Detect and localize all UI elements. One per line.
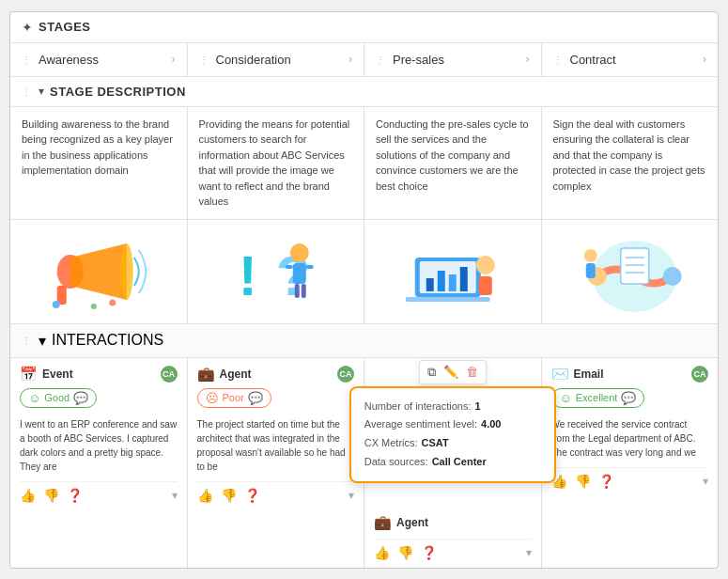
stages-row: ⋮ Awareness › ⋮ Consideration › ⋮ Pre-sa…: [10, 43, 718, 77]
chat-icon-2: 💬: [248, 391, 263, 405]
svg-rect-10: [292, 263, 305, 284]
thumbup-icon-1[interactable]: 👍: [20, 488, 36, 503]
popup-data-sources-row: Data sources: Call Center: [364, 453, 541, 472]
sentiment-label-4: Excellent: [576, 392, 618, 403]
question-icon-4[interactable]: ❓: [598, 474, 614, 489]
stage-awareness-label: Awareness: [39, 53, 99, 67]
presales-illustration: [374, 229, 532, 314]
thumbup-icon-2[interactable]: 👍: [197, 488, 213, 503]
svg-point-31: [583, 249, 596, 262]
stage-dots-2: ⋮: [199, 55, 209, 65]
svg-rect-12: [305, 265, 313, 269]
svg-marker-1: [70, 243, 127, 300]
interaction-type-4: ✉️ Email: [551, 366, 604, 383]
expand-icon-2[interactable]: ▾: [349, 489, 354, 502]
desc-col-3: Conducting the pre-sales cycle to sell t…: [364, 107, 542, 219]
desc-image-col-2: ! ?: [188, 220, 365, 323]
agent-icon-2: 💼: [197, 366, 215, 383]
stage-presales-chevron: ›: [526, 53, 530, 66]
svg-rect-19: [449, 274, 457, 291]
popup-toolbar: ⧉ ✏️ 🗑: [419, 360, 487, 384]
desc-dots: ⋮: [22, 86, 31, 97]
svg-point-5: [91, 304, 97, 309]
agent-type-label-3: Agent: [396, 516, 428, 529]
stage-awareness-chevron: ›: [172, 53, 176, 66]
popup-interactions-row: Number of interactions: 1: [364, 398, 541, 416]
desc-text-4: Sign the deal with customers ensuring th…: [553, 118, 705, 192]
svg-rect-17: [426, 278, 434, 291]
expand-icon-1[interactable]: ▾: [172, 489, 178, 502]
stage-dots-3: ⋮: [376, 55, 385, 65]
interaction-col-4: ✉️ Email CA ☺ Excellent 💬 We received th…: [542, 358, 719, 568]
thumbup-icon-3[interactable]: 👍: [374, 545, 390, 560]
interactions-title: INTERACTIONS: [52, 332, 163, 349]
svg-point-26: [662, 267, 681, 286]
thumbdown-icon-3[interactable]: 👎: [397, 545, 413, 560]
question-icon-1[interactable]: ❓: [67, 488, 83, 503]
stage-presales[interactable]: ⋮ Pre-sales ›: [364, 43, 542, 76]
question-icon-3[interactable]: ❓: [421, 545, 437, 560]
thumbdown-icon-2[interactable]: 👎: [221, 488, 237, 503]
interact-dots: ⋮: [22, 336, 31, 346]
agent-type-label-2: Agent: [220, 368, 252, 381]
desc-image-col-3: [364, 220, 542, 323]
desc-image-col-4: [542, 220, 719, 323]
interaction-type-row-4: ✉️ Email CA: [551, 366, 709, 383]
question-icon-2[interactable]: ❓: [244, 488, 260, 503]
stages-header: ✦ STAGES: [10, 12, 718, 43]
stage-contract[interactable]: ⋮ Contract ›: [542, 43, 719, 76]
svg-point-22: [476, 256, 495, 274]
popup-cx-metrics-label: CX Metrics:: [364, 434, 418, 453]
chat-icon-1: 💬: [73, 391, 88, 405]
agent-icon-3: 💼: [374, 514, 392, 531]
stage-contract-chevron: ›: [703, 53, 706, 66]
expand-icon-4[interactable]: ▾: [703, 475, 708, 488]
edit-icon[interactable]: ✏️: [443, 365, 458, 379]
svg-point-9: [289, 243, 308, 262]
excellent-icon: ☺: [560, 391, 572, 405]
svg-point-2: [120, 243, 133, 300]
popup-data-sources-value: Call Center: [432, 453, 487, 472]
stage-consideration-chevron: ›: [349, 53, 352, 66]
desc-toggle-arrow[interactable]: ▾: [39, 85, 44, 98]
interaction-text-2: The project started on time but the arch…: [197, 417, 355, 474]
thumbdown-icon-4[interactable]: 👎: [575, 474, 591, 489]
popup-avg-sentiment-value: 4.00: [481, 415, 501, 434]
stages-icon: ✦: [22, 20, 33, 35]
chat-icon-4: 💬: [621, 391, 636, 405]
svg-rect-14: [301, 284, 305, 298]
desc-image-col-1: [10, 220, 188, 323]
sentiment-label-2: Poor: [223, 392, 244, 403]
consideration-illustration: ! ?: [197, 229, 355, 314]
interaction-footer-1: 👍 👎 ❓ ▾: [20, 481, 178, 503]
interact-toggle-arrow[interactable]: ▾: [39, 332, 46, 350]
popup-avg-sentiment-label: Average sentiment level:: [364, 415, 477, 434]
thumbdown-icon-1[interactable]: 👎: [43, 488, 59, 503]
svg-rect-11: [285, 265, 292, 269]
popup-avg-sentiment-row: Average sentiment level: 4.00: [364, 415, 541, 434]
svg-rect-18: [438, 271, 445, 291]
svg-text:!: !: [238, 244, 256, 307]
copy-icon[interactable]: ⧉: [427, 365, 436, 380]
stage-consideration[interactable]: ⋮ Consideration ›: [188, 43, 365, 76]
interaction-type-row-3: 💼 Agent: [374, 514, 532, 531]
sentiment-badge-4: ☺ Excellent 💬: [551, 388, 645, 408]
stage-dots-1: ⋮: [22, 55, 31, 65]
stage-consideration-label: Consideration: [216, 53, 291, 67]
interaction-type-3: 💼 Agent: [374, 514, 428, 531]
stage-awareness[interactable]: ⋮ Awareness ›: [10, 43, 188, 76]
email-icon: ✉️: [551, 366, 569, 383]
desc-text-2: Providing the means for potential custom…: [199, 118, 350, 208]
svg-rect-20: [460, 267, 468, 291]
stage-contract-label: Contract: [570, 53, 616, 67]
stages-title: STAGES: [39, 20, 91, 34]
expand-icon-3[interactable]: ▾: [526, 546, 532, 559]
interaction-type-row-1: 📅 Event CA: [20, 366, 178, 383]
desc-col-1: Building awareness to the brand being re…: [10, 107, 188, 219]
svg-point-4: [53, 301, 60, 308]
interactions-row: 📅 Event CA ☺ Good 💬 I went to an ERP con…: [10, 358, 718, 568]
interaction-type-1: 📅 Event: [20, 366, 73, 383]
poor-icon: ☹: [206, 391, 219, 405]
info-popup: Number of interactions: 1 Average sentim…: [349, 386, 556, 483]
delete-icon[interactable]: 🗑: [466, 365, 478, 379]
